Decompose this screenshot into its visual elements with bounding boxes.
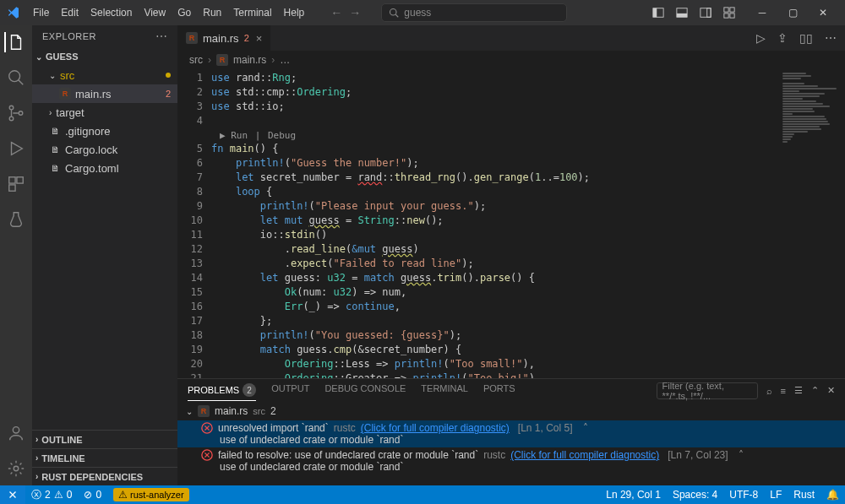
command-center-search[interactable]: guess [381, 3, 567, 22]
tree--gitignore[interactable]: 🗎.gitignore [32, 122, 177, 140]
code-line[interactable]: Ordering::Greater => println!("Too big!"… [211, 371, 845, 378]
problem-row[interactable]: unresolved import `rand`rustc(Click for … [177, 420, 845, 447]
status-rust-analyzer[interactable]: ⚠rust-analyzer [107, 485, 195, 504]
maximize-panel-icon[interactable]: ⌃ [811, 385, 819, 396]
crumb-src[interactable]: src [189, 54, 203, 66]
code-line[interactable]: let guess: u32 = match guess.trim().pars… [211, 271, 845, 285]
code-area[interactable]: 1234567891011121314151617181920212223242… [177, 69, 845, 378]
view-as-list-icon[interactable]: ☰ [794, 385, 803, 396]
tab-main-rs[interactable]: R main.rs 2 × [177, 25, 271, 51]
code-line[interactable]: Ordering::Less => println!("Too small!")… [211, 357, 845, 371]
code-line[interactable]: fn main() { [211, 142, 845, 156]
status-radio[interactable]: ⊘ 0 [78, 485, 107, 504]
collapse-icon[interactable]: ˄ [739, 449, 744, 461]
code-line[interactable]: use std::io; [211, 100, 845, 114]
code-line[interactable]: .read_line(&mut guess) [211, 242, 845, 257]
panel-tab-terminal[interactable]: TERMINAL [421, 380, 468, 401]
activity-accounts-icon[interactable] [6, 423, 26, 443]
section-rust-dependencies[interactable]: ›RUST DEPENDENCIES [32, 467, 177, 485]
editor-more-icon[interactable]: ⋯ [825, 31, 837, 45]
maximize-button[interactable]: ▢ [777, 0, 808, 25]
tree-src[interactable]: ⌄src [32, 66, 177, 84]
run-file-icon[interactable]: ▷ [756, 31, 766, 45]
activity-extensions-icon[interactable] [6, 174, 26, 194]
code-line[interactable] [211, 114, 845, 128]
section-timeline[interactable]: ›TIMELINE [32, 448, 177, 467]
customize-layout-icon[interactable] [723, 7, 735, 19]
activity-source-control-icon[interactable] [6, 103, 26, 123]
nav-back-icon[interactable]: ← [330, 6, 342, 19]
crumb-more[interactable]: … [280, 54, 290, 66]
menu-view[interactable]: View [138, 3, 172, 22]
tree-Cargo-toml[interactable]: 🗎Cargo.toml [32, 159, 177, 177]
menu-file[interactable]: File [27, 3, 55, 22]
panel-tab-output[interactable]: OUTPUT [271, 380, 309, 401]
code-line[interactable]: let secret_number = rand::thread_rng().g… [211, 171, 845, 185]
code-line[interactable]: use std::cmp::Ordering; [211, 85, 845, 100]
explorer-more-icon[interactable]: ⋯ [155, 30, 168, 43]
code-line[interactable]: println!("Please input your guess."); [211, 199, 845, 214]
tree-main-rs[interactable]: Rmain.rs2 [32, 84, 177, 103]
panel-tab-ports[interactable]: PORTS [483, 380, 515, 401]
activity-search-icon[interactable] [6, 68, 26, 88]
code-line[interactable]: .expect("Failed to read line"); [211, 257, 845, 271]
activity-testing-icon[interactable] [6, 209, 26, 230]
tree-target[interactable]: ›target [32, 103, 177, 122]
section-outline[interactable]: ›OUTLINE [32, 430, 177, 448]
menu-help[interactable]: Help [278, 3, 311, 22]
status-errors[interactable]: ⓧ 2 ⚠ 0 [25, 485, 78, 504]
crumb-file[interactable]: main.rs [233, 54, 266, 66]
panel-tab-debug-console[interactable]: DEBUG CONSOLE [324, 380, 406, 401]
tree-Cargo-lock[interactable]: 🗎Cargo.lock [32, 140, 177, 159]
minimize-button[interactable]: ─ [747, 0, 777, 25]
code-line[interactable]: match guess.cmp(&secret_number) { [211, 343, 845, 357]
nav-forward-icon[interactable]: → [349, 6, 361, 19]
collapse-icon[interactable]: ˄ [583, 422, 588, 434]
menu-terminal[interactable]: Terminal [227, 3, 277, 22]
activity-settings-icon[interactable] [6, 458, 26, 479]
problems-filter-input[interactable]: Filter (e.g. text, **/*.ts, !**/... [657, 382, 758, 399]
code-line[interactable]: Err(_) => continue, [211, 300, 845, 314]
status-eol[interactable]: LF [764, 485, 788, 504]
diagnostic-link[interactable]: (Click for full compiler diagnostic) [361, 422, 510, 434]
close-tab-icon[interactable]: × [256, 32, 263, 45]
code-line[interactable]: io::stdin() [211, 228, 845, 242]
diagnostic-link[interactable]: (Click for full compiler diagnostic) [510, 449, 659, 461]
filter-icon[interactable]: ⌕ [766, 386, 772, 396]
close-button[interactable]: ✕ [808, 0, 838, 25]
compare-icon[interactable]: ⇪ [777, 31, 788, 45]
code-line[interactable]: let mut guess = String::new(); [211, 214, 845, 228]
problem-file-row[interactable]: ⌄ R main.rs src 2 [177, 402, 845, 420]
menu-edit[interactable]: Edit [55, 3, 84, 22]
code-line[interactable]: println!("You guessed: {guess}"); [211, 328, 845, 343]
menu-run[interactable]: Run [197, 3, 227, 22]
activity-explorer-icon[interactable] [4, 32, 26, 52]
activity-run-debug-icon[interactable] [6, 138, 26, 159]
code-line[interactable]: }; [211, 314, 845, 328]
status-notifications-icon[interactable]: 🔔 [820, 485, 845, 504]
problem-row[interactable]: failed to resolve: use of undeclared cra… [177, 447, 845, 474]
breadcrumb[interactable]: src › R main.rs › … [177, 51, 845, 69]
menu-selection[interactable]: Selection [84, 3, 138, 22]
menu-go[interactable]: Go [172, 3, 197, 22]
status-cursor[interactable]: Ln 29, Col 1 [600, 485, 667, 504]
close-panel-icon[interactable]: ✕ [827, 385, 835, 396]
codelens-run-debug[interactable]: ▶ Run | Debug [211, 128, 845, 142]
split-editor-icon[interactable]: ▯▯ [799, 31, 813, 45]
toggle-primary-sidebar-icon[interactable] [652, 7, 664, 19]
toggle-secondary-sidebar-icon[interactable] [700, 7, 711, 19]
code-line[interactable]: println!("Guess the number!"); [211, 156, 845, 171]
toggle-panel-icon[interactable] [676, 7, 688, 19]
workspace-root[interactable]: ⌄ GUESS [32, 47, 177, 66]
code-line[interactable]: loop { [211, 185, 845, 199]
collapse-all-icon[interactable]: ≡ [781, 386, 786, 396]
remote-button[interactable] [0, 485, 25, 504]
code-line[interactable]: Ok(num: u32) => num, [211, 285, 845, 300]
code-line[interactable]: use rand::Rng; [211, 71, 845, 85]
panel-tab-problems[interactable]: PROBLEMS2 [188, 380, 256, 401]
status-encoding[interactable]: UTF-8 [723, 485, 764, 504]
code-content[interactable]: use rand::Rng;use std::cmp::Ordering;use… [211, 69, 845, 378]
status-language[interactable]: Rust [788, 485, 820, 504]
minimap[interactable] [777, 69, 845, 378]
status-spaces[interactable]: Spaces: 4 [667, 485, 723, 504]
